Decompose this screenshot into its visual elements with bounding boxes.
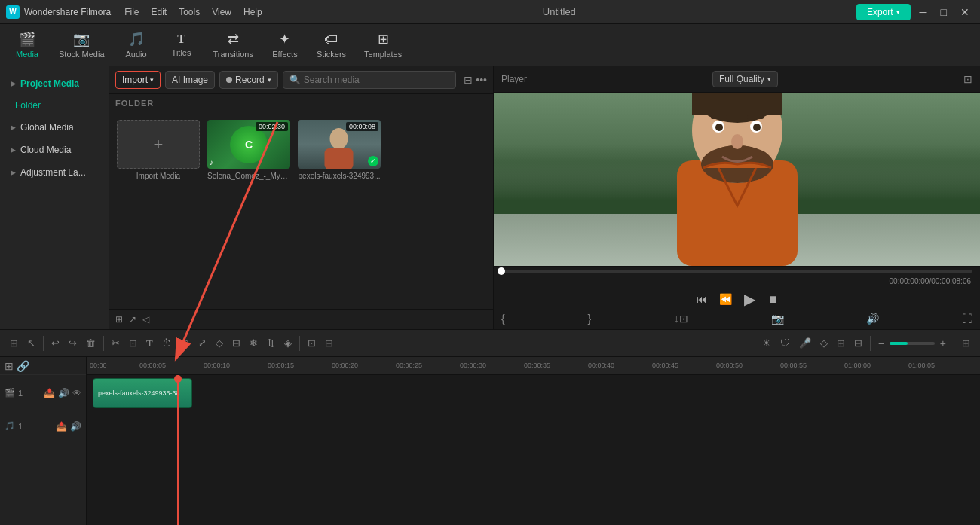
- link-tracks-icon[interactable]: 🔗: [17, 360, 29, 372]
- tl-undo-button[interactable]: ↩: [47, 335, 63, 351]
- close-button[interactable]: ✕: [956, 5, 974, 20]
- tl-freeze-button[interactable]: ❄: [246, 335, 262, 351]
- stickers-icon: 🏷: [324, 32, 338, 47]
- timeline-toolbar: ⊞ ↖ ↩ ↪ 🗑 ✂ ⊡ T ⏱ ◎ ⤢ ◇ ⊟ ❄ ⇅ ◈ ⊡ ⊟ ☀ 🛡 …: [0, 330, 980, 357]
- video1-name: Selena_Gomez_-_My_...: [207, 172, 290, 180]
- sidebar-item-folder[interactable]: Folder: [0, 95, 109, 116]
- toolbar-transitions[interactable]: ⇄ Transitions: [206, 26, 261, 63]
- sidebar-item-project-media[interactable]: ▶ Project Media: [3, 73, 106, 94]
- menu-tools[interactable]: Tools: [179, 7, 200, 17]
- tl-separator-3: [299, 336, 300, 351]
- tl-layout-button[interactable]: ⊞: [958, 335, 974, 351]
- sidebar-item-cloud-media[interactable]: ▶ Cloud Media: [3, 139, 106, 160]
- menu-edit[interactable]: Edit: [152, 7, 167, 17]
- zoom-fill: [890, 342, 908, 345]
- tl-speed-button[interactable]: ⏱: [158, 335, 176, 351]
- fullscreen-icon[interactable]: ⛶: [962, 313, 972, 325]
- remove-folder-icon[interactable]: ↗: [129, 314, 136, 325]
- add-track-icon[interactable]: ⊞: [5, 360, 14, 372]
- player-icon-settings[interactable]: ⊡: [963, 73, 972, 85]
- sidebar-item-adjustment-layer[interactable]: ▶ Adjustment La...: [3, 162, 106, 183]
- stop-button[interactable]: ⏹: [767, 293, 778, 305]
- toolbar-effects[interactable]: ✦ Effects: [264, 26, 306, 63]
- tl-snap-button[interactable]: ⊞: [6, 335, 22, 351]
- track-volume-icon[interactable]: 🔊: [58, 388, 69, 398]
- record-button[interactable]: Record ▾: [219, 71, 278, 89]
- tl-crop-button[interactable]: ⊡: [125, 335, 141, 351]
- menu-file[interactable]: File: [124, 7, 139, 17]
- toolbar-media[interactable]: 🎬 Media: [6, 26, 48, 63]
- toolbar-titles[interactable]: T Titles: [161, 28, 203, 62]
- tl-zoom-in-button[interactable]: +: [936, 335, 950, 352]
- video-clip[interactable]: pexels-fauxels-3249935-3840...: [93, 378, 192, 408]
- mark-in-icon[interactable]: {: [501, 313, 505, 325]
- media-item-video2[interactable]: 00:00:08 ✓ pexels-fauxels-324993...: [298, 120, 381, 180]
- tl-cut-button[interactable]: ✂: [108, 335, 124, 351]
- tl-motion-button[interactable]: ⊡: [304, 335, 320, 351]
- stickers-label: Stickers: [317, 50, 346, 59]
- menu-view[interactable]: View: [212, 7, 231, 17]
- minimize-button[interactable]: ─: [915, 5, 932, 20]
- menu-help[interactable]: Help: [243, 7, 262, 17]
- import-button[interactable]: Import ▾: [115, 71, 161, 89]
- tl-delete-button[interactable]: 🗑: [82, 335, 100, 351]
- audio-track-header: 🎵 1 📤 🔊: [0, 411, 86, 441]
- audio-export-icon[interactable]: 📤: [56, 421, 67, 432]
- filter-icon[interactable]: ⊟: [464, 74, 473, 86]
- tl-mask-button[interactable]: ◇: [212, 335, 227, 351]
- tl-transform-button[interactable]: ⤢: [194, 335, 210, 351]
- toolbar-stock-media[interactable]: 📷 Stock Media: [51, 26, 112, 63]
- frame-back-button[interactable]: ⏪: [719, 293, 732, 305]
- audio-volume-icon[interactable]: 🔊: [70, 421, 81, 432]
- tl-redo-button[interactable]: ↪: [65, 335, 81, 351]
- tl-stabilize-button[interactable]: ◎: [177, 335, 193, 351]
- tl-keyframe-button[interactable]: ◇: [816, 335, 831, 351]
- tl-select-button[interactable]: ↖: [23, 335, 39, 351]
- mark-out-icon[interactable]: }: [587, 313, 591, 325]
- toolbar-audio[interactable]: 🎵 Audio: [115, 26, 158, 63]
- collapse-icon[interactable]: ◁: [142, 314, 149, 325]
- search-input[interactable]: [304, 75, 450, 85]
- toolbar-templates[interactable]: ⊞ Templates: [357, 26, 409, 63]
- ai-image-button[interactable]: AI Image: [165, 71, 215, 89]
- sidebar-label-cloud-media: Cloud Media: [20, 145, 71, 155]
- player-progress[interactable]: [501, 270, 972, 273]
- tl-moretools-button[interactable]: ⊟: [321, 335, 337, 351]
- tl-mic-button[interactable]: 🎤: [795, 335, 815, 351]
- time-current: 00:00:00:00: [890, 277, 929, 285]
- track-eye-icon[interactable]: 👁: [72, 388, 81, 398]
- record-dot-icon: [226, 77, 232, 83]
- transitions-label: Transitions: [213, 50, 253, 59]
- media-item-import[interactable]: + Import Media: [117, 120, 200, 180]
- tl-sun-button[interactable]: ☀: [758, 335, 775, 351]
- export-button[interactable]: Export ▾: [856, 4, 911, 20]
- tl-color-button[interactable]: ⊟: [850, 335, 866, 351]
- track-export-icon[interactable]: 📤: [44, 388, 55, 398]
- templates-label: Templates: [364, 50, 402, 59]
- quality-select[interactable]: Full Quality ▾: [712, 71, 778, 87]
- tl-adjust-button[interactable]: ⊟: [228, 335, 244, 351]
- tl-ripple-button[interactable]: ⇅: [263, 335, 279, 351]
- tl-split-button[interactable]: ⊞: [833, 335, 849, 351]
- tl-zoom-out-button[interactable]: −: [874, 335, 888, 352]
- media-item-video1[interactable]: 00:02:30 ♪ C Selena_Gomez_-_My_...: [207, 120, 290, 180]
- step-back-button[interactable]: ⏮: [697, 293, 707, 305]
- tl-text-button[interactable]: T: [142, 335, 157, 352]
- media-actions: ⊟ •••: [464, 74, 487, 86]
- search-icon: 🔍: [289, 75, 301, 85]
- snapshot-icon[interactable]: 📷: [771, 313, 784, 325]
- ruler-mark-5: 00:00:25: [396, 362, 422, 369]
- zoom-slider[interactable]: [890, 342, 935, 345]
- sidebar-item-global-media[interactable]: ▶ Global Media: [3, 117, 106, 138]
- volume-icon[interactable]: 🔊: [866, 313, 879, 325]
- templates-icon: ⊞: [378, 31, 389, 47]
- play-button[interactable]: ▶: [744, 290, 755, 308]
- tl-ai-button[interactable]: ◈: [280, 335, 296, 351]
- arrow-icon-3: ▶: [11, 146, 16, 154]
- add-to-timeline-icon[interactable]: ↓⊡: [674, 313, 688, 325]
- tl-shield-button[interactable]: 🛡: [776, 335, 794, 351]
- toolbar-stickers[interactable]: 🏷 Stickers: [309, 27, 354, 63]
- add-folder-icon[interactable]: ⊞: [115, 314, 123, 325]
- more-options-icon[interactable]: •••: [476, 74, 487, 86]
- maximize-button[interactable]: □: [936, 5, 951, 20]
